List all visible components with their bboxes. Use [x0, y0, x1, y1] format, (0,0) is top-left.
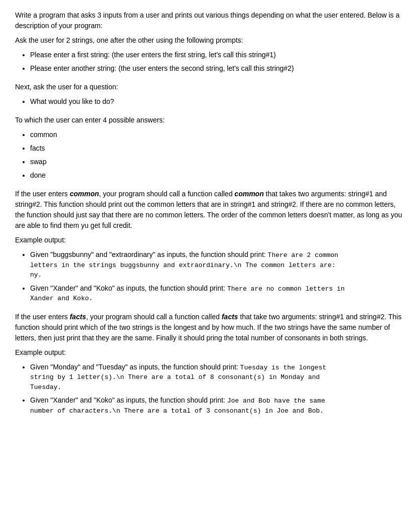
question-section: Next, ask the user for a question: What …	[15, 82, 405, 107]
answers-section: To which the user can enter 4 possible a…	[15, 115, 405, 181]
intro-paragraph-1: Write a program that asks 3 inputs from …	[15, 10, 405, 31]
question-list: What would you like to do?	[30, 96, 405, 107]
question-intro: Next, ask the user for a question:	[15, 82, 405, 92]
common-example-label: Example output:	[15, 235, 405, 245]
common-intro-paragraph: If the user enters common, your program …	[15, 189, 405, 231]
string-prompts-list: Please enter a first string: (the user e…	[30, 50, 405, 74]
facts-example-1-code-3: Tuesday.	[30, 382, 405, 393]
answer-common: common	[30, 130, 405, 140]
facts-intro-paragraph: If the user enters facts, your program s…	[15, 312, 405, 343]
common-example-2: Given "Xander" and "Koko" as inputs, the…	[30, 283, 405, 304]
common-keyword-1: common	[70, 190, 99, 198]
intro-paragraph-2: Ask the user for 2 strings, one after th…	[15, 35, 405, 46]
common-example-1-code-2: letters in the strings buggsbunny and ex…	[30, 261, 405, 271]
common-section: If the user enters common, your program …	[15, 189, 405, 304]
facts-keyword-2: facts	[222, 313, 238, 321]
facts-example-2-code-1: Joe and Bob have the same	[227, 397, 325, 405]
facts-example-1-code-2: string by 1 letter(s).\n There are a tot…	[30, 372, 405, 382]
string-prompt-2: Please enter another string: (the user e…	[30, 63, 405, 74]
answers-list: common facts swap done	[30, 130, 405, 181]
common-example-1: Given "buggsbunny" and "extraordinary" a…	[30, 249, 405, 280]
answers-intro: To which the user can enter 4 possible a…	[15, 115, 405, 125]
common-example-1-code-3: ny.	[30, 270, 405, 280]
facts-example-2-code-2: number of characters.\n There are a tota…	[30, 406, 405, 416]
main-content: Write a program that asks 3 inputs from …	[15, 10, 405, 416]
facts-example-1-code-1: Tuesday is the longest	[240, 364, 327, 371]
intro-section: Write a program that asks 3 inputs from …	[15, 10, 405, 74]
facts-example-label: Example output:	[15, 347, 405, 358]
common-examples-list: Given "buggsbunny" and "extraordinary" a…	[30, 249, 405, 304]
common-keyword-2: common	[234, 190, 263, 198]
facts-examples-list: Given "Monday" and "Tuesday" as inputs, …	[30, 362, 405, 416]
facts-section: If the user enters facts, your program s…	[15, 312, 405, 416]
common-example-1-code-1: There are 2 common	[268, 251, 338, 259]
facts-keyword-1: facts	[70, 313, 86, 321]
question-item-1: What would you like to do?	[30, 96, 405, 107]
facts-example-2: Given "Xander" and "Koko" as inputs, the…	[30, 395, 405, 416]
common-example-2-code-2: Xander and Koko.	[30, 294, 405, 304]
string-prompt-1: Please enter a first string: (the user e…	[30, 50, 405, 60]
facts-example-1: Given "Monday" and "Tuesday" as inputs, …	[30, 362, 405, 393]
answer-done: done	[30, 170, 405, 181]
common-example-2-code: There are no common letters in	[227, 285, 345, 293]
answer-facts: facts	[30, 143, 405, 154]
answer-swap: swap	[30, 157, 405, 167]
